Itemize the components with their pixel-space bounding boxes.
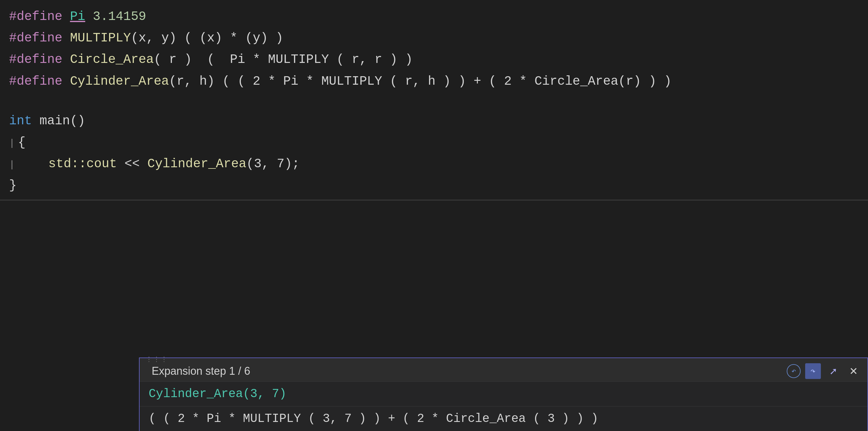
forward-button[interactable]: ↷	[805, 363, 821, 379]
macro-cylinder-area: Cylinder_Area	[70, 71, 169, 92]
code-line-7: |{	[0, 132, 868, 153]
multiply-params: (x, y) ( (x) * (y) )	[131, 28, 283, 48]
main-func: main()	[32, 111, 85, 131]
expansion-original-row: Cylinder_Area(3, 7)	[140, 382, 867, 406]
line-indicator: |	[9, 136, 15, 151]
macro-multiply: MULTIPLY	[70, 28, 131, 48]
cout-statement	[18, 154, 48, 174]
code-line-2: #define MULTIPLY(x, y) ( (x) * (y) )	[0, 28, 868, 49]
line-indicator-2: |	[9, 157, 15, 172]
expansion-result: ( ( 2 * Pi * MULTIPLY ( 3, 7 ) ) + ( 2 *…	[149, 412, 598, 426]
drag-handle-icon: ⋮⋮⋮	[146, 355, 168, 364]
expansion-body: Cylinder_Area(3, 7) ( ( 2 * Pi * MULTIPL…	[140, 382, 867, 431]
hash-1: #define	[9, 7, 70, 27]
circle-area-params: ( r ) ( Pi * MULTIPLY ( r, r ) )	[154, 50, 413, 70]
hash-4: #define	[9, 71, 70, 92]
code-editor: #define Pi 3.14159 #define MULTIPLY(x, y…	[0, 0, 868, 431]
hash-3: #define	[9, 50, 70, 70]
expansion-header: Expansion step 1 / 6 ↶ ↷ ➚ ✕	[140, 361, 867, 382]
cylinder-area-params: (r, h) ( ( 2 * Pi * MULTIPLY ( r, h ) ) …	[169, 71, 671, 92]
editor-divider	[0, 200, 868, 201]
code-line-8: | std::cout << Cylinder_Area(3, 7);	[0, 153, 868, 175]
header-left: Expansion step 1 / 6	[146, 365, 250, 377]
open-brace: {	[18, 133, 25, 153]
code-line-4: #define Cylinder_Area(r, h) ( ( 2 * Pi *…	[0, 71, 868, 92]
std-cout: std::cout	[48, 154, 117, 174]
expansion-controls: ↶ ↷ ➚ ✕	[787, 363, 861, 379]
expand-button[interactable]: ➚	[826, 363, 841, 379]
code-line-1: #define Pi 3.14159	[0, 6, 868, 28]
cylinder-args: (3, 7);	[246, 154, 300, 174]
cout-operator: <<	[117, 154, 148, 174]
code-line-9: }	[0, 175, 868, 196]
close-button[interactable]: ✕	[846, 363, 861, 379]
back-button[interactable]: ↶	[787, 364, 801, 378]
cylinder-area-call: Cylinder_Area	[148, 154, 247, 174]
panel-drag-bar[interactable]: ⋮⋮⋮	[140, 358, 867, 361]
expansion-panel: ⋮⋮⋮ Expansion step 1 / 6 ↶ ↷ ➚ ✕ Cylinde…	[139, 357, 868, 431]
pi-value: 3.14159	[85, 7, 146, 27]
expansion-expanded-row: ( ( 2 * Pi * MULTIPLY ( 3, 7 ) ) + ( 2 *…	[140, 406, 867, 431]
code-line-5	[0, 92, 868, 110]
expansion-original: Cylinder_Area(3, 7)	[149, 387, 286, 401]
macro-circle-area: Circle_Area	[70, 50, 154, 70]
code-line-3: #define Circle_Area( r ) ( Pi * MULTIPLY…	[0, 49, 868, 70]
expansion-title: Expansion step 1 / 6	[152, 365, 250, 377]
hash-2: #define	[9, 28, 70, 48]
keyword-int: int	[9, 111, 32, 131]
close-brace: }	[9, 175, 17, 196]
code-line-6: int main()	[0, 110, 868, 132]
macro-pi: Pi	[70, 7, 85, 27]
